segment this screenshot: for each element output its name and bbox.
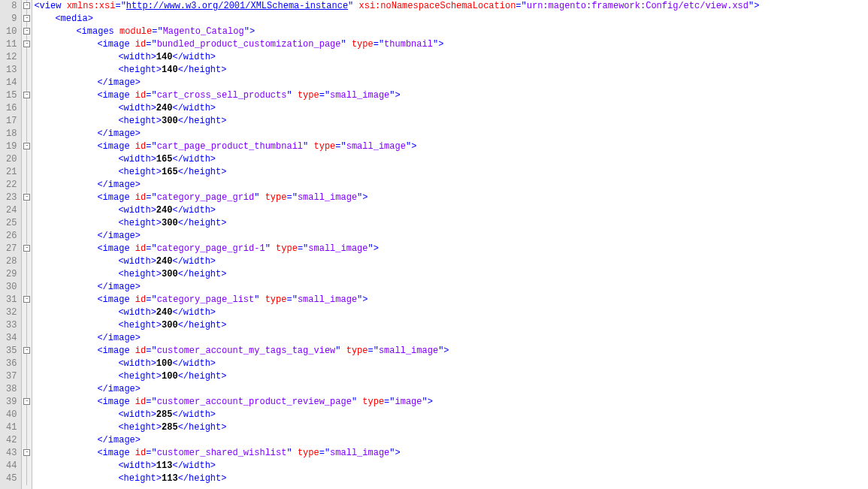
code-line[interactable]: <width>240</width>	[34, 204, 868, 217]
code-line[interactable]: <width>240</width>	[34, 306, 868, 319]
line-number: 38	[6, 383, 17, 396]
code-line[interactable]: <image id="customer_shared_wishlist" typ…	[34, 447, 868, 460]
fold-toggle-icon[interactable]: -	[22, 345, 32, 358]
code-line[interactable]: <height>285</height>	[34, 421, 868, 434]
code-line[interactable]: <height>113</height>	[34, 472, 868, 485]
line-number: 26	[6, 230, 17, 243]
line-number: 30	[6, 281, 17, 294]
fold-toggle-icon[interactable]: -	[22, 38, 32, 51]
line-number: 29	[6, 268, 17, 281]
code-line[interactable]: </image>	[34, 332, 868, 345]
code-line[interactable]: <width>240</width>	[34, 102, 868, 115]
fold-toggle-icon[interactable]: -	[22, 294, 32, 306]
line-number: 25	[6, 217, 17, 230]
code-line[interactable]: <image id="category_page_grid" type="sma…	[34, 192, 868, 204]
code-line[interactable]: <width>100</width>	[34, 358, 868, 370]
code-line[interactable]: <image id="category_page_grid-1" type="s…	[34, 243, 868, 255]
fold-toggle-icon[interactable]: -	[22, 243, 32, 255]
line-number: 10	[6, 26, 17, 38]
line-number: 21	[6, 166, 17, 179]
line-number: 23	[6, 192, 17, 204]
code-line[interactable]: <images module="Magento_Catalog">	[34, 26, 868, 38]
code-line[interactable]: <height>300</height>	[34, 319, 868, 332]
line-number: 27	[6, 243, 17, 255]
fold-guide	[22, 179, 32, 192]
line-number: 17	[6, 115, 17, 128]
code-line[interactable]: <height>140</height>	[34, 64, 868, 77]
fold-toggle-icon[interactable]: -	[22, 396, 32, 409]
code-line[interactable]: </image>	[34, 281, 868, 294]
fold-toggle-icon[interactable]: -	[22, 89, 32, 102]
fold-guide	[22, 319, 32, 332]
line-number: 12	[6, 51, 17, 64]
fold-guide	[22, 217, 32, 230]
fold-guide	[22, 383, 32, 396]
code-line[interactable]: <width>240</width>	[34, 255, 868, 268]
fold-guide	[22, 204, 32, 217]
line-number: 15	[6, 89, 17, 102]
fold-toggle-icon[interactable]: -	[22, 26, 32, 38]
line-number: 16	[6, 102, 17, 115]
line-number: 20	[6, 153, 17, 166]
line-number: 14	[6, 77, 17, 89]
code-line[interactable]: <height>300</height>	[34, 268, 868, 281]
line-number: 8	[6, 0, 17, 13]
code-line[interactable]: </image>	[34, 230, 868, 243]
line-number: 18	[6, 128, 17, 140]
fold-gutter[interactable]: ------------	[22, 0, 32, 489]
code-line[interactable]: <width>285</width>	[34, 409, 868, 421]
line-number: 9	[6, 13, 17, 26]
code-line[interactable]: <image id="cart_page_product_thumbnail" …	[34, 140, 868, 153]
code-line[interactable]: </image>	[34, 128, 868, 140]
code-line[interactable]: </image>	[34, 179, 868, 192]
line-number: 13	[6, 64, 17, 77]
code-line[interactable]: <height>165</height>	[34, 166, 868, 179]
code-line[interactable]: <image id="customer_account_product_revi…	[34, 396, 868, 409]
code-line[interactable]: <height>100</height>	[34, 370, 868, 383]
fold-guide	[22, 77, 32, 89]
fold-toggle-icon[interactable]: -	[22, 192, 32, 204]
code-area[interactable]: <view xmlns:xsi="http://www.w3.org/2001/…	[32, 0, 868, 489]
fold-guide	[22, 115, 32, 128]
line-number: 45	[6, 472, 17, 485]
line-number: 33	[6, 319, 17, 332]
code-line[interactable]: <width>113</width>	[34, 460, 868, 472]
fold-guide	[22, 153, 32, 166]
fold-toggle-icon[interactable]: -	[22, 0, 32, 13]
code-line[interactable]: </image>	[34, 434, 868, 447]
code-line[interactable]: <media>	[34, 13, 868, 26]
fold-guide	[22, 472, 32, 485]
line-number: 43	[6, 447, 17, 460]
code-line[interactable]: <image id="bundled_product_customization…	[34, 38, 868, 51]
code-line[interactable]: <view xmlns:xsi="http://www.w3.org/2001/…	[34, 0, 868, 13]
line-number: 35	[6, 345, 17, 358]
code-editor: 8910111213141516171819202122232425262728…	[0, 0, 868, 489]
code-line[interactable]: <height>300</height>	[34, 115, 868, 128]
line-number: 42	[6, 434, 17, 447]
fold-guide	[22, 281, 32, 294]
code-line[interactable]: </image>	[34, 77, 868, 89]
fold-guide	[22, 268, 32, 281]
fold-guide	[22, 421, 32, 434]
fold-guide	[22, 332, 32, 345]
fold-guide	[22, 51, 32, 64]
code-line[interactable]: </image>	[34, 383, 868, 396]
fold-toggle-icon[interactable]: -	[22, 13, 32, 26]
line-number: 32	[6, 306, 17, 319]
code-line[interactable]: <height>300</height>	[34, 217, 868, 230]
code-line[interactable]: <width>140</width>	[34, 51, 868, 64]
fold-guide	[22, 64, 32, 77]
code-line[interactable]: <image id="category_page_list" type="sma…	[34, 294, 868, 306]
code-line[interactable]: <image id="customer_account_my_tags_tag_…	[34, 345, 868, 358]
fold-toggle-icon[interactable]: -	[22, 447, 32, 460]
code-line[interactable]: <width>165</width>	[34, 153, 868, 166]
fold-guide	[22, 102, 32, 115]
fold-guide	[22, 358, 32, 370]
line-number: 44	[6, 460, 17, 472]
fold-toggle-icon[interactable]: -	[22, 140, 32, 153]
code-line[interactable]: <image id="cart_cross_sell_products" typ…	[34, 89, 868, 102]
line-number: 40	[6, 409, 17, 421]
fold-guide	[22, 370, 32, 383]
fold-guide	[22, 306, 32, 319]
line-number: 36	[6, 358, 17, 370]
